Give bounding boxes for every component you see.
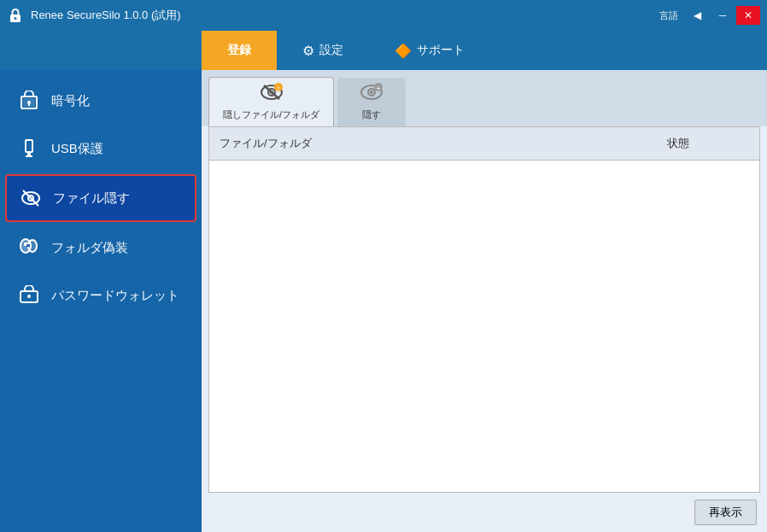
support-icon: 🔶 — [395, 43, 412, 59]
lang-label: 言語 — [659, 9, 678, 22]
content-area: ! 隠しファイル/フォルダ + 隠す — [202, 70, 767, 532]
filehide-icon — [19, 186, 43, 210]
svg-text:+: + — [377, 85, 380, 91]
refresh-button[interactable]: 再表示 — [694, 500, 757, 525]
app-body: 暗号化 USB保護 ファイル隠す — [0, 70, 767, 532]
sidebar-item-folder[interactable]: フォルダ偽装 — [0, 224, 202, 272]
nav-back-button[interactable]: ◀ — [685, 6, 709, 25]
sub-tab-hide[interactable]: + 隠す — [337, 78, 406, 126]
sub-tab-hidden-files[interactable]: ! 隠しファイル/フォルダ — [208, 77, 334, 126]
sidebar-item-usb[interactable]: USB保護 — [0, 125, 202, 172]
footer: 再表示 — [202, 493, 767, 532]
close-button[interactable]: ✕ — [736, 6, 760, 25]
tab-settings-label: 設定 — [319, 43, 343, 58]
tab-support-label: サポート — [417, 43, 465, 58]
sub-tab-hidden-files-label: 隠しファイル/フォルダ — [223, 108, 319, 121]
tab-register-label: 登録 — [227, 43, 251, 58]
title-bar-left: Renee SecureSilo 1.0.0 (試用) — [7, 7, 181, 24]
minimize-button[interactable]: ─ — [711, 6, 735, 25]
sidebar-item-folder-label: フォルダ偽装 — [51, 240, 128, 256]
sub-tab-hide-label: 隠す — [362, 108, 381, 121]
file-table: ファイル/フォルダ 状態 — [208, 126, 760, 493]
sidebar-item-filehide[interactable]: ファイル隠す — [5, 174, 196, 222]
svg-rect-8 — [26, 155, 32, 157]
folder-icon — [17, 236, 41, 260]
svg-point-17 — [27, 295, 31, 298]
sidebar-item-encryption-label: 暗号化 — [51, 93, 90, 109]
tab-register[interactable]: 登録 — [202, 31, 277, 70]
sidebar-item-password[interactable]: パスワードウォレット — [0, 272, 202, 319]
svg-text:!: ! — [277, 85, 278, 91]
svg-rect-6 — [26, 140, 32, 152]
tab-bar: 登録 ⚙ 設定 🔶 サポート — [0, 31, 767, 70]
password-icon — [17, 284, 41, 307]
usb-icon — [17, 137, 41, 161]
hidden-files-icon: ! — [260, 83, 284, 105]
col-header-status: 状態 — [657, 132, 759, 155]
sidebar-item-password-label: パスワードウォレット — [51, 288, 179, 304]
app-title: Renee SecureSilo 1.0.0 (試用) — [31, 8, 181, 23]
app-icon — [7, 7, 24, 24]
tab-support[interactable]: 🔶 サポート — [369, 31, 490, 70]
hide-icon: + — [360, 83, 384, 105]
svg-point-4 — [27, 101, 31, 104]
sidebar-item-encryption[interactable]: 暗号化 — [0, 77, 202, 125]
sub-tab-bar: ! 隠しファイル/フォルダ + 隠す — [202, 70, 767, 126]
svg-rect-15 — [26, 244, 30, 247]
tab-settings[interactable]: ⚙ 設定 — [277, 31, 369, 70]
sidebar-item-filehide-label: ファイル隠す — [53, 190, 130, 207]
settings-icon: ⚙ — [302, 43, 314, 59]
encryption-icon — [17, 89, 41, 113]
sidebar: 暗号化 USB保護 ファイル隠す — [0, 70, 202, 532]
svg-point-1 — [15, 17, 17, 20]
col-header-file: ファイル/フォルダ — [209, 132, 657, 155]
title-bar-controls: 言語 ◀ ─ ✕ — [659, 6, 760, 25]
sidebar-item-usb-label: USB保護 — [51, 141, 103, 157]
title-bar: Renee SecureSilo 1.0.0 (試用) 言語 ◀ ─ ✕ — [0, 0, 767, 31]
table-body — [209, 161, 759, 459]
svg-point-26 — [370, 91, 373, 94]
table-header: ファイル/フォルダ 状態 — [209, 127, 759, 161]
